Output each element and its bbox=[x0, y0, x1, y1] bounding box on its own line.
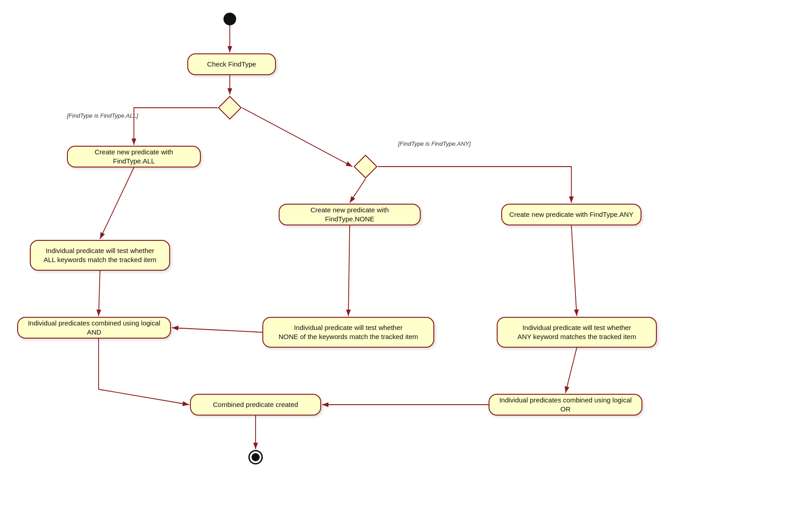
svg-line-5 bbox=[242, 108, 352, 167]
diagram: Check FindType Create new predicate with… bbox=[0, 0, 812, 507]
svg-line-6 bbox=[350, 179, 366, 203]
diamond2 bbox=[353, 154, 378, 179]
create-none-node: Create new predicate with FindType.NONE bbox=[279, 204, 421, 225]
svg-line-9 bbox=[571, 225, 577, 316]
svg-line-10 bbox=[99, 271, 100, 316]
check-findtype-node: Check FindType bbox=[187, 53, 276, 75]
svg-line-11 bbox=[565, 348, 577, 393]
svg-marker-1 bbox=[354, 155, 377, 178]
label-findtype-all: [FindType is FindType.ALL] bbox=[67, 112, 138, 119]
combined-label: Combined predicate created bbox=[213, 400, 298, 409]
pred-any-node: Individual predicate will test whetherAN… bbox=[497, 317, 657, 348]
svg-line-8 bbox=[348, 225, 350, 316]
diamond1 bbox=[218, 96, 242, 120]
pred-all-node: Individual predicate will test whetherAL… bbox=[30, 240, 170, 271]
label-findtype-any: [FindType is FindType.ANY] bbox=[398, 140, 471, 147]
pred-none-node: Individual predicate will test whetherNO… bbox=[262, 317, 434, 348]
pred-all-label: Individual predicate will test whetherAL… bbox=[43, 246, 157, 265]
create-all-node: Create new predicate with FindType.ALL bbox=[67, 146, 201, 167]
svg-marker-0 bbox=[218, 96, 241, 119]
svg-line-13 bbox=[99, 389, 189, 405]
svg-line-7 bbox=[100, 167, 134, 239]
combine-and-label: Individual predicates combined using log… bbox=[24, 319, 164, 337]
create-none-label: Create new predicate with FindType.NONE bbox=[286, 206, 413, 224]
create-any-node: Create new predicate with FindType.ANY bbox=[501, 204, 641, 225]
combine-and-node: Individual predicates combined using log… bbox=[17, 317, 171, 339]
end-inner bbox=[252, 453, 260, 461]
create-all-label: Create new predicate with FindType.ALL bbox=[74, 148, 194, 166]
pred-any-label: Individual predicate will test whetherAN… bbox=[518, 323, 636, 342]
combine-or-label: Individual predicates combined using log… bbox=[496, 396, 635, 414]
create-any-label: Create new predicate with FindType.ANY bbox=[509, 210, 633, 219]
check-findtype-label: Check FindType bbox=[207, 60, 256, 69]
combine-or-node: Individual predicates combined using log… bbox=[489, 394, 642, 416]
pred-none-label: Individual predicate will test whetherNO… bbox=[279, 323, 418, 342]
start-node bbox=[223, 13, 236, 25]
end-node bbox=[248, 450, 263, 464]
combined-node: Combined predicate created bbox=[190, 394, 321, 416]
